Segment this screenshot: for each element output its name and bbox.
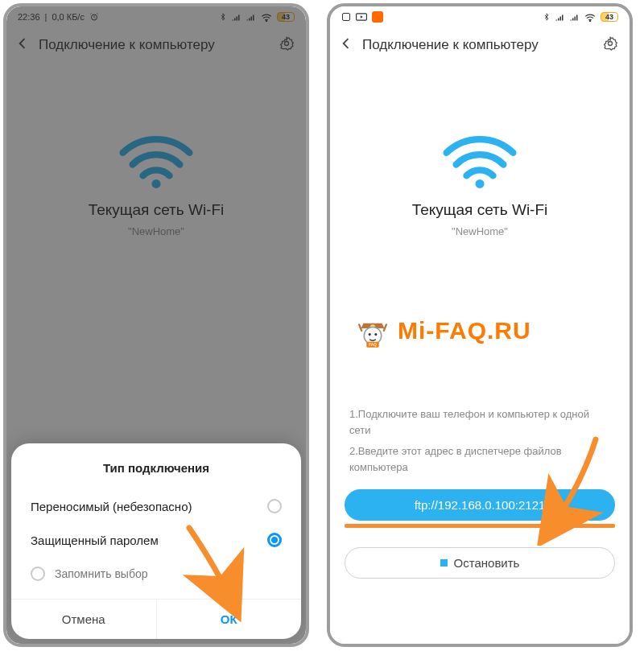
page-title: Подключение к компьютеру (362, 37, 594, 53)
ok-button[interactable]: ОК (156, 599, 302, 639)
radio-on-icon (267, 533, 282, 547)
wifi-name: "NewHome" (452, 225, 508, 237)
svg-text:FAQ: FAQ (369, 343, 377, 347)
app-icon (341, 12, 351, 22)
svg-point-7 (609, 42, 613, 46)
connection-type-dialog: Тип подключения Переносимый (небезопасно… (11, 443, 301, 639)
back-icon[interactable] (338, 35, 354, 55)
stop-button[interactable]: Остановить (345, 547, 615, 579)
instruction-1: 1.Подключите ваш телефон и компьютер к о… (349, 406, 610, 439)
instruction-2: 2.Введите этот адрес в диспетчере файлов… (349, 443, 610, 476)
option-portable-label: Переносимый (небезопасно) (31, 500, 192, 513)
mascot-icon: FAQ (354, 312, 391, 349)
dialog-title: Тип подключения (11, 461, 301, 475)
wifi-info: Текущая сеть Wi-Fi "NewHome" (330, 132, 630, 237)
highlight-underline (345, 524, 615, 528)
ftp-address[interactable]: ftp://192.168.0.100:2121 (345, 489, 615, 521)
radio-off-icon (267, 499, 282, 513)
signal-icon-2 (570, 13, 580, 21)
app-header: Подключение к компьютеру (330, 27, 630, 63)
watermark-logo: FAQ Mi-FAQ.RU (354, 312, 531, 349)
wifi-large-icon (443, 132, 517, 188)
bluetooth-icon (543, 12, 551, 22)
gear-icon[interactable] (602, 35, 618, 55)
phone-left: 22:36 | 0,0 КБ/с (3, 3, 309, 647)
status-bar: 43 (330, 6, 630, 27)
media-icon (356, 13, 367, 21)
signal-icon (555, 13, 565, 21)
remember-choice[interactable]: Запомнить выбор (11, 557, 301, 591)
cancel-button[interactable]: Отмена (11, 599, 156, 639)
battery-indicator: 43 (601, 12, 618, 22)
wifi-title: Текущая сеть Wi-Fi (412, 201, 548, 219)
checkbox-off-icon (31, 567, 45, 581)
stop-label: Остановить (454, 556, 520, 570)
svg-point-10 (364, 327, 381, 344)
stop-icon (440, 559, 448, 567)
svg-point-6 (589, 20, 590, 21)
instructions: 1.Подключите ваш телефон и компьютер к о… (330, 406, 630, 476)
option-secure[interactable]: Защищенный паролем (11, 523, 301, 557)
option-portable[interactable]: Переносимый (небезопасно) (11, 489, 301, 523)
svg-point-11 (369, 333, 371, 336)
wifi-icon (584, 13, 596, 22)
orange-app-icon (372, 11, 383, 23)
svg-point-8 (475, 179, 484, 188)
remember-label: Запомнить выбор (55, 567, 147, 580)
option-secure-label: Защищенный паролем (31, 534, 159, 547)
watermark-text: Mi-FAQ.RU (398, 317, 531, 344)
svg-rect-4 (343, 14, 350, 21)
svg-point-12 (374, 333, 377, 336)
